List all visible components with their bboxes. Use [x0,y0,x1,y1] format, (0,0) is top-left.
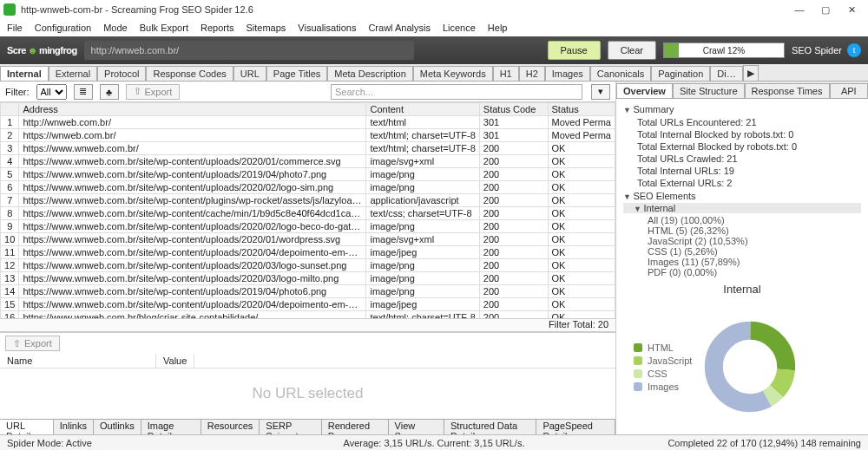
detail-tab-view-source[interactable]: View Source [389,420,444,434]
menu-licence[interactable]: Licence [443,23,476,33]
tree-item[interactable]: PDF (0) (0,00%) [623,267,861,277]
right-tab-site-structure[interactable]: Site Structure [673,83,745,98]
status-right: Completed 22 of 170 (12,94%) 148 remaini… [667,438,861,448]
search-dropdown-icon[interactable]: ▾ [591,84,610,100]
menu-configuration[interactable]: Configuration [35,23,91,33]
export-button[interactable]: ⇧Export [126,84,181,100]
detail-tabstrip: URL DetailsInlinksOutlinksImage DetailsR… [0,419,615,434]
detail-tab-pagespeed-details[interactable]: PageSpeed Details [536,420,615,434]
pause-button[interactable]: Pause [548,41,601,60]
detail-panel: ⇧Export Name Value No URL selected [0,332,615,419]
table-row[interactable]: 7https://www.wnweb.com.br/site/wp-conten… [1,194,615,207]
twitter-icon[interactable]: t [847,43,861,57]
detail-tab-structured-data-details[interactable]: Structured Data Details [444,420,536,434]
tab-meta-keywords[interactable]: Meta Keywords [413,66,493,81]
tab-images[interactable]: Images [545,66,590,81]
tab-pagination[interactable]: Pagination [651,66,710,81]
detail-tab-resources[interactable]: Resources [201,420,260,434]
right-tab-overview[interactable]: Overview [616,83,673,98]
tab-page-titles[interactable]: Page Titles [266,66,327,81]
table-row[interactable]: 10https://www.wnweb.com.br/site/wp-conte… [1,233,615,246]
menu-file[interactable]: File [7,23,23,33]
menu-bulk-export[interactable]: Bulk Export [140,23,188,33]
menu-visualisations[interactable]: Visualisations [298,23,356,33]
table-row[interactable]: 8https://www.wnweb.com.br/site/wp-conten… [1,207,615,220]
crawl-progress: Crawl 12% [663,42,785,58]
col-status-code[interactable]: Status Code [479,103,548,116]
tree-item[interactable]: Total URLs Crawled: 21 [623,153,861,165]
tree-header[interactable]: Internal [623,203,861,213]
detail-tab-image-details[interactable]: Image Details [141,420,201,434]
filter-select[interactable]: All [36,84,67,100]
col-content[interactable]: Content [366,103,479,116]
tab-external[interactable]: External [49,66,97,81]
tree-item[interactable]: Total URLs Encountered: 21 [623,116,861,128]
col-num[interactable] [1,103,19,116]
menu-crawl-analysis[interactable]: Crawl Analysis [368,23,431,33]
table-row[interactable]: 13https://www.wnweb.com.br/site/wp-conte… [1,272,615,285]
table-row[interactable]: 6https://www.wnweb.com.br/site/wp-conten… [1,181,615,194]
menu-help[interactable]: Help [488,23,508,33]
tree-item[interactable]: Total External Blocked by robots.txt: 0 [623,140,861,153]
detail-tab-serp-snippet[interactable]: SERP Snippet [260,420,321,434]
tab--[interactable]: ▶ [743,65,759,81]
detail-tab-inlinks[interactable]: Inlinks [54,420,94,434]
menu-mode[interactable]: Mode [103,23,128,33]
clear-button[interactable]: Clear [608,41,656,60]
url-input[interactable]: http://wnweb.com.br/ [84,41,414,60]
table-row[interactable]: 1http://wnweb.com.br/text/html301Moved P… [1,116,615,129]
search-input[interactable]: Search... [331,84,582,100]
tab-di-[interactable]: Di… [710,66,742,81]
legend-swatch [634,343,642,352]
close-button[interactable]: ✕ [838,2,865,17]
maximize-button[interactable]: ▢ [812,2,838,17]
detail-export-button[interactable]: ⇧Export [5,336,60,351]
results-grid[interactable]: AddressContentStatus CodeStatus1http://w… [0,102,615,318]
tab-h2[interactable]: H2 [519,66,545,81]
tab-url[interactable]: URL [233,66,266,81]
tree-item[interactable]: Total External URLs: 2 [623,177,861,189]
table-row[interactable]: 16https://www.wnweb.com.br/blog/criar-si… [1,311,615,319]
tree-header[interactable]: SEO Elements [623,191,861,201]
list-view-icon[interactable]: ≣ [74,84,93,100]
tab-response-codes[interactable]: Response Codes [146,66,233,81]
tab-canonicals[interactable]: Canonicals [590,66,651,81]
tree-view-icon[interactable]: ♣ [100,84,119,100]
table-row[interactable]: 15https://www.wnweb.com.br/site/wp-conte… [1,298,615,311]
table-row[interactable]: 5https://www.wnweb.com.br/site/wp-conten… [1,168,615,181]
tree-item[interactable]: CSS (1) (5,26%) [623,246,861,257]
table-row[interactable]: 4https://www.wnweb.com.br/site/wp-conten… [1,155,615,168]
tree-item[interactable]: HTML (5) (26,32%) [623,225,861,236]
overview-tree[interactable]: SummaryTotal URLs Encountered: 21Total I… [616,99,868,281]
logo: Scre☻mingfrog [7,45,77,55]
table-row[interactable]: 12https://www.wnweb.com.br/site/wp-conte… [1,259,615,272]
tab-internal[interactable]: Internal [0,66,49,81]
brand-label: SEO Spider t [792,43,861,57]
toolbar: Scre☻mingfrog http://wnweb.com.br/ Pause… [0,36,868,64]
tree-item[interactable]: Total Internal URLs: 19 [623,165,861,177]
status-center: Average: 3,15 URL/s. Current: 3,15 URL/s… [344,438,525,448]
menu-sitemaps[interactable]: Sitemaps [246,23,286,33]
tab-protocol[interactable]: Protocol [97,66,146,81]
tree-item[interactable]: Total Internal Blocked by robots.txt: 0 [623,128,861,140]
detail-tab-rendered-page[interactable]: Rendered Page [322,420,389,434]
table-row[interactable]: 9https://www.wnweb.com.br/site/wp-conten… [1,220,615,233]
table-row[interactable]: 11https://www.wnweb.com.br/site/wp-conte… [1,246,615,259]
tree-item[interactable]: Images (11) (57,89%) [623,257,861,267]
table-row[interactable]: 14https://www.wnweb.com.br/site/wp-conte… [1,285,615,298]
menu-reports[interactable]: Reports [201,23,234,33]
col-status[interactable]: Status [548,103,615,116]
tree-item[interactable]: JavaScript (2) (10,53%) [623,236,861,246]
detail-tab-url-details[interactable]: URL Details [0,420,54,434]
right-tab-response-times[interactable]: Response Times [745,83,830,98]
tree-item[interactable]: All (19) (100,00%) [623,215,861,225]
table-row[interactable]: 2https://wnweb.com.br/text/html; charset… [1,129,615,142]
minimize-button[interactable]: — [786,2,812,17]
tree-header[interactable]: Summary [623,104,861,114]
detail-tab-outlinks[interactable]: Outlinks [94,420,141,434]
tab-meta-description[interactable]: Meta Description [327,66,413,81]
col-address[interactable]: Address [19,103,366,116]
tab-h1[interactable]: H1 [493,66,519,81]
table-row[interactable]: 3https://www.wnweb.com.br/text/html; cha… [1,142,615,155]
right-tab-api[interactable]: API [830,83,869,98]
